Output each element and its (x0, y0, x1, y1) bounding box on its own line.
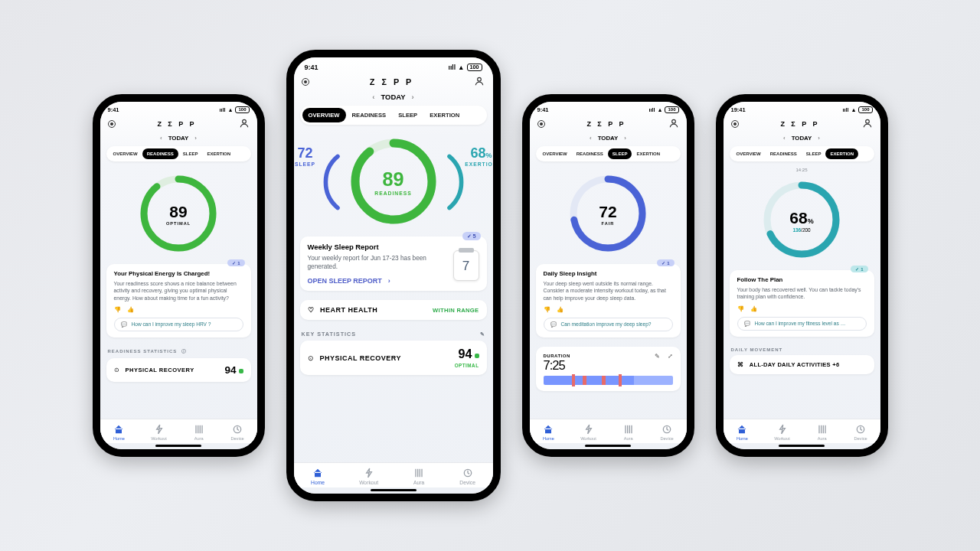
expand-icon[interactable]: ⤢ (668, 353, 673, 360)
wifi-icon: ▲ (657, 107, 662, 113)
tab-sleep[interactable]: SLEEP (392, 108, 423, 122)
nav-aura[interactable]: Aura (816, 423, 828, 441)
home-indicator[interactable] (779, 445, 825, 447)
overview-readiness-ring[interactable]: 89 READINESS (348, 135, 439, 229)
duration-card: DURATION ✎ ⤢ 7:25 (536, 347, 681, 391)
heart-status: WITHIN RANGE (433, 307, 479, 314)
readiness-value: 89 (382, 168, 403, 191)
nav-workout[interactable]: Workout (359, 467, 378, 485)
report-title: Weekly Sleep Report (308, 243, 479, 251)
tab-sleep[interactable]: SLEEP (802, 148, 826, 159)
thumbs-up-icon[interactable]: 👍 (557, 306, 564, 313)
phone-readiness: 9:41 ııll ▲ 100 Z Σ P P ‹ TODAY › OVERVI… (93, 94, 265, 457)
tab-exertion[interactable]: EXERTION (632, 148, 665, 159)
battery-icon: 100 (467, 64, 482, 71)
location-icon[interactable] (108, 120, 116, 128)
next-day-button[interactable]: › (624, 135, 626, 142)
tab-readiness[interactable]: READINESS (766, 148, 802, 159)
home-indicator[interactable] (155, 445, 201, 447)
status-bar: 9:41 ııll ▲ 100 (100, 102, 257, 115)
profile-icon[interactable] (239, 118, 250, 130)
nav-device[interactable]: Device (854, 423, 867, 441)
heart-label: HEART HEALTH (320, 306, 377, 314)
tab-exertion[interactable]: EXERTION (825, 148, 858, 159)
suggestion-text: Can meditation improve my deep sleep? (561, 321, 652, 327)
suggestion-chip[interactable]: 💬 How can I improve my fitness level as … (737, 317, 867, 331)
nav-workout[interactable]: Workout (774, 423, 790, 441)
tab-overview[interactable]: OVERVIEW (538, 148, 572, 159)
chevron-right-icon: › (388, 277, 390, 285)
profile-icon[interactable] (474, 76, 485, 88)
profile-icon[interactable] (862, 118, 873, 130)
stat-physical-recovery[interactable]: ⊙ PHYSICAL RECOVERY 94 OPTIMAL (300, 341, 487, 375)
overview-sleep-metric[interactable]: 72 SLEEP (320, 145, 343, 219)
home-indicator[interactable] (585, 445, 631, 447)
insight-card: ✓ 1 Your Physical Energy Is Charged! You… (106, 264, 251, 337)
thumbs-down-icon[interactable]: 👎 (114, 306, 121, 313)
readiness-score: 89 (169, 203, 187, 221)
overview-exertion-metric[interactable]: 68% EXERTION (444, 145, 467, 219)
nav-workout[interactable]: Workout (151, 423, 167, 441)
sleep-label: SLEEP (295, 161, 315, 167)
nav-aura[interactable]: Aura (622, 423, 635, 441)
tab-sleep[interactable]: SLEEP (608, 148, 632, 159)
edit-icon[interactable]: ✎ (480, 331, 485, 337)
prev-day-button[interactable]: ‹ (372, 93, 374, 101)
date-label: TODAY (168, 135, 189, 142)
home-indicator[interactable] (371, 489, 416, 491)
nav-aura[interactable]: Aura (193, 423, 205, 441)
tab-readiness[interactable]: READINESS (346, 108, 393, 122)
suggestion-chip[interactable]: 💬 How can I improve my sleep HRV ? (114, 318, 243, 331)
phone-exertion: 19:41 ııll▲100 Z Σ P P ‹ TODAY › OVERVIE… (716, 94, 888, 457)
info-icon[interactable]: ⓘ (181, 348, 187, 355)
bottom-nav: Home Workout Aura Device (530, 419, 687, 443)
readiness-ring: 89 OPTIMAL (137, 172, 220, 256)
nav-home[interactable]: Home (311, 467, 325, 485)
next-day-button[interactable]: › (194, 135, 197, 142)
insight-title: Daily Sleep Insight (544, 270, 673, 277)
tab-sleep[interactable]: SLEEP (178, 148, 203, 159)
tab-readiness[interactable]: READINESS (142, 148, 178, 159)
location-icon[interactable] (731, 120, 739, 128)
prev-day-button[interactable]: ‹ (160, 135, 162, 142)
stat-label: PHYSICAL RECOVERY (320, 354, 449, 362)
thumbs-up-icon[interactable]: 👍 (750, 305, 757, 312)
thumbs-down-icon[interactable]: 👎 (737, 305, 744, 312)
tab-exertion[interactable]: EXERTION (202, 148, 235, 159)
tab-readiness[interactable]: READINESS (572, 148, 608, 159)
thumbs-up-icon[interactable]: 👍 (127, 306, 134, 313)
location-icon[interactable] (537, 120, 545, 128)
insight-body: Your deep sleep went outside its normal … (544, 280, 673, 302)
suggestion-chip[interactable]: 💬 Can meditation improve my deep sleep? (544, 318, 673, 331)
stat-label: PHYSICAL RECOVERY (126, 367, 219, 373)
nav-home[interactable]: Home (736, 423, 748, 441)
profile-icon[interactable] (668, 118, 679, 130)
tab-overview[interactable]: OVERVIEW (302, 108, 346, 122)
tab-overview[interactable]: OVERVIEW (732, 148, 766, 159)
exertion-current: 136 (792, 227, 801, 233)
thumbs-down-icon[interactable]: 👎 (544, 306, 550, 313)
prev-day-button[interactable]: ‹ (590, 135, 592, 142)
stat-physical-recovery[interactable]: ⊙ PHYSICAL RECOVERY 94 (106, 358, 251, 382)
nav-home[interactable]: Home (113, 423, 125, 441)
tab-overview[interactable]: OVERVIEW (109, 148, 142, 159)
daily-activities-row[interactable]: ⌘ ALL-DAY DAILY ACTIVITIES +6 (730, 355, 874, 374)
edit-icon[interactable]: ✎ (655, 353, 660, 360)
clock: 9:41 (305, 64, 318, 71)
nav-workout[interactable]: Workout (580, 423, 596, 441)
nav-home[interactable]: Home (542, 423, 554, 441)
heart-health-card[interactable]: ♡ HEART HEALTH WITHIN RANGE (300, 300, 487, 320)
section-title: DAILY MOVEMENT (731, 347, 783, 352)
nav-device[interactable]: Device (660, 423, 673, 441)
tab-exertion[interactable]: EXERTION (423, 108, 466, 122)
next-day-button[interactable]: › (818, 135, 820, 142)
nav-device[interactable]: Device (230, 423, 243, 441)
suggestion-text: How can I improve my fitness level as … (755, 321, 846, 326)
next-day-button[interactable]: › (412, 93, 414, 101)
location-icon[interactable] (302, 78, 309, 86)
prev-day-button[interactable]: ‹ (783, 135, 786, 142)
app-logo: Z Σ P P (370, 77, 413, 86)
section-title: READINESS STATISTICS (108, 349, 178, 354)
nav-device[interactable]: Device (459, 467, 475, 485)
nav-aura[interactable]: Aura (413, 467, 425, 485)
